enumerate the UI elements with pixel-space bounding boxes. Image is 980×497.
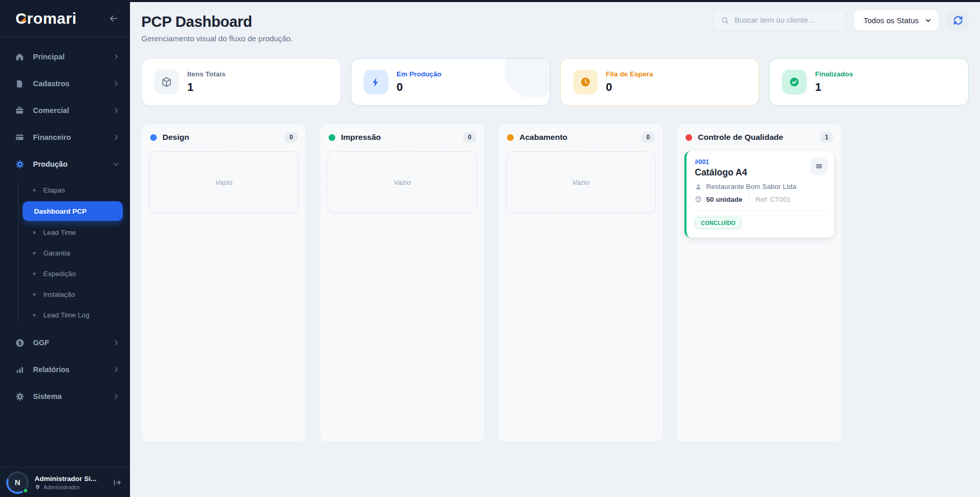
user-role-row: Administrador [35,484,107,490]
sidebar-item-principal[interactable]: Principal [0,43,130,70]
empty-drop-zone: Vazio [328,151,477,213]
page-header: PCP Dashboard Gerenciamento visual do fl… [130,2,980,43]
credit-card-icon [14,133,25,142]
logout-icon [112,478,122,487]
user-role-label: Administrador [43,484,80,490]
kanban-column-impressao: Impressão 0 Vazio [320,123,485,442]
sidebar-item-label: Relatórios [33,365,104,374]
online-status-dot [23,488,28,493]
submenu-item-instalacao[interactable]: Instalação [0,284,130,304]
submenu-item-lead-time[interactable]: Lead Time [0,222,130,243]
document-icon [14,79,25,88]
sidebar-item-relatorios[interactable]: Relatórios [0,356,130,383]
submenu-item-expedicao[interactable]: Expedição [0,263,130,284]
page-subtitle: Gerenciamento visual do fluxo de produçã… [141,34,969,43]
header-controls: Todos os Status [713,9,969,31]
bullet-icon [33,293,36,296]
empty-drop-zone: Vazio [506,151,656,213]
clock-icon [573,70,598,94]
sidebar-item-label: Financeiro [33,133,104,141]
sidebar-item-financeiro[interactable]: Financeiro [0,124,130,151]
empty-drop-zone: Vazio [149,151,299,213]
empty-label: Vazio [572,179,589,186]
stat-value: 1 [187,81,225,94]
sidebar-item-cadastros[interactable]: Cadastros [0,70,130,97]
shield-check-icon [35,484,41,490]
submenu-item-label: Instalação [43,291,75,298]
chevron-right-icon [112,80,120,87]
empty-label: Vazio [394,179,411,186]
submenu-item-lead-time-log[interactable]: Lead Time Log [0,304,130,325]
kanban-column-header: Acabamento 0 [499,124,663,149]
main-content: PCP Dashboard Gerenciamento visual do fl… [130,0,980,497]
kanban-column-count: 0 [642,132,655,142]
status-filter-select[interactable]: Todos os Status [854,9,939,31]
lightning-icon [364,70,388,94]
submenu-item-label: Lead Time [43,229,76,236]
kanban-column-controle-de-qualidade: Controle de Qualidade 1 #001 Catálogo A4… [677,123,842,442]
sidebar-user-section[interactable]: N Administrador Si... Administrador [0,467,130,497]
kanban-column-title: Acabamento [519,133,636,142]
sidebar-nav: Principal Cadastros Comercial [0,37,130,467]
logout-button[interactable] [112,478,122,487]
bullet-icon [33,314,36,316]
search-input[interactable] [734,16,838,24]
submenu-item-garantia[interactable]: Garantia [0,243,130,263]
sidebar-item-comercial[interactable]: Comercial [0,97,130,124]
stat-texts: Em Produção 0 [397,70,442,94]
sidebar-item-producao[interactable]: Produção [0,151,130,178]
svg-text:$: $ [18,340,22,345]
producao-submenu: Etapas Dashboard PCP Lead Time Garantia … [0,178,130,329]
package-icon [154,70,179,94]
kanban-column-count: 1 [820,132,833,142]
stat-label: Finalizados [815,70,853,78]
kanban-column-title: Impressão [341,133,458,142]
refresh-icon [953,15,963,25]
person-icon [695,183,702,190]
bullet-icon [33,272,36,275]
card-menu-button[interactable] [810,157,828,175]
status-dot-icon [685,134,692,141]
sidebar: C romari Principal Cadastros [0,0,130,497]
check-circle-icon [782,70,807,94]
briefcase-icon [14,106,25,115]
app-logo: C romari [15,10,77,27]
kanban-column-count: 0 [463,132,476,142]
kanban-card-catalogo-a4[interactable]: #001 Catálogo A4 Restaurante Bom Sabor L… [684,151,834,237]
kanban-board: Design 0 Vazio Impressão 0 Vazio Acabame… [130,123,980,442]
chevron-right-icon [112,107,120,114]
status-badge: CONCLUÍDO [695,217,742,229]
sidebar-item-label: GGF [33,339,104,347]
chevron-down-icon [112,161,120,168]
submenu-item-etapas[interactable]: Etapas [0,180,130,200]
bullet-icon [33,231,36,234]
sidebar-collapse-button[interactable] [108,13,119,24]
submenu-item-label: Etapas [43,186,65,194]
chevron-down-icon [925,17,932,24]
stat-label: Itens Totais [187,70,225,78]
sidebar-item-ggf[interactable]: $ GGF [0,329,130,356]
empty-label: Vazio [215,179,232,186]
sidebar-header: C romari [0,0,130,37]
stat-label: Fila de Espera [606,70,654,78]
stat-card-finalizados: Finalizados 1 [769,58,969,106]
chevron-right-icon [112,366,120,373]
status-filter-value: Todos os Status [863,16,919,25]
sidebar-item-label: Principal [33,53,104,61]
status-dot-icon [329,134,335,141]
card-client: Restaurante Bom Sabor Ltda [706,183,796,190]
card-order-id: #001 [695,158,826,166]
chevron-right-icon [112,339,120,346]
status-dot-icon [150,134,157,141]
dollar-circle-icon: $ [14,338,25,348]
card-quantity: 50 unidade [706,196,743,203]
user-name: Administrador Si... [35,475,107,483]
sidebar-item-label: Produção [33,160,104,168]
sidebar-item-sistema[interactable]: Sistema [0,383,130,410]
chevron-right-icon [112,393,120,400]
divider [749,195,749,203]
refresh-button[interactable] [947,9,969,31]
search-icon [721,16,729,25]
submenu-item-dashboard-pcp[interactable]: Dashboard PCP [23,201,123,221]
hamburger-menu-icon [815,162,823,170]
